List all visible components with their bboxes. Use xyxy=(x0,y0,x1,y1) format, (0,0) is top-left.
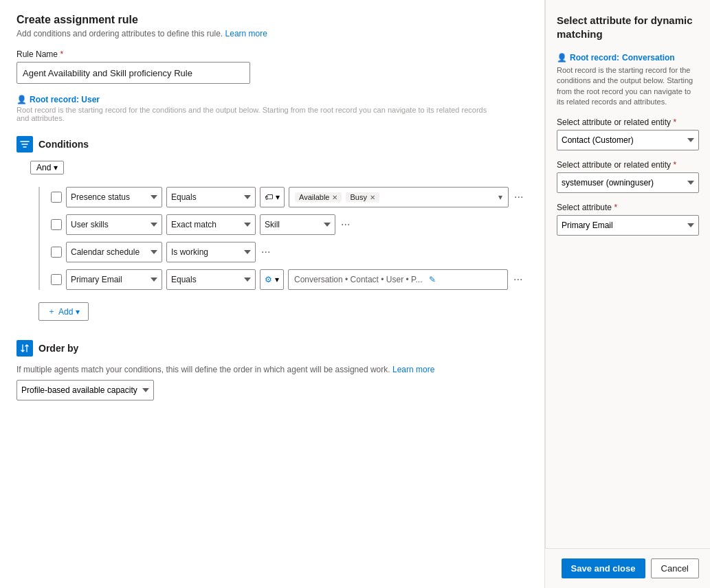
and-chevron-icon: ▾ xyxy=(54,163,58,172)
field-select-3[interactable]: Calendar schedule xyxy=(66,242,162,262)
root-record-section: 👤 Root record: User Root record is the s… xyxy=(16,95,528,122)
dynamic-value-4: Conversation • Contact • User • P... xyxy=(294,275,422,284)
order-by-header: Order by xyxy=(16,340,528,357)
right-field1-group: Select attribute or related entity * Con… xyxy=(557,117,699,150)
rule-name-input[interactable] xyxy=(16,62,250,84)
right-root-record: 👤 Root record: Conversation Root record … xyxy=(557,53,699,108)
more-options-btn-3[interactable]: ··· xyxy=(260,246,271,258)
right-root-desc: Root record is the starting record for t… xyxy=(557,65,699,108)
conditions-title: Conditions xyxy=(38,139,89,150)
edit-icon-4[interactable]: ✎ xyxy=(429,275,436,284)
field-select-4[interactable]: Primary Email xyxy=(66,269,162,290)
plus-icon: ＋ xyxy=(47,306,56,317)
dynamic-icon: ⚙ xyxy=(265,275,272,284)
right-field1-select[interactable]: Contact (Customer) xyxy=(557,130,699,150)
right-field2-label: Select attribute or related entity * xyxy=(557,160,699,170)
left-panel: Create assignment rule Add conditions an… xyxy=(0,0,545,588)
order-by-section: Order by If multiple agents match your c… xyxy=(16,340,528,400)
root-record-label: 👤 Root record: User xyxy=(16,95,528,104)
value-type-btn-1[interactable]: 🏷 ▾ xyxy=(260,187,285,207)
value-type-btn-4[interactable]: ⚙ ▾ xyxy=(260,269,284,290)
right-person-icon: 👤 xyxy=(557,53,567,63)
tag-close-available[interactable]: ✕ xyxy=(332,194,337,201)
tag-busy: Busy ✕ xyxy=(346,192,379,202)
condition-row: User skills Exact match Skill ··· xyxy=(51,214,528,235)
order-by-desc: If multiple agents match your conditions… xyxy=(16,365,456,374)
right-field3-select[interactable]: Primary Email xyxy=(557,215,699,236)
condition-row: Calendar schedule Is working ··· xyxy=(51,242,528,262)
tag-close-busy[interactable]: ✕ xyxy=(370,194,375,201)
and-button-container: And ▾ xyxy=(22,161,528,180)
rule-name-label: Rule Name * xyxy=(16,49,528,59)
conditions-icon xyxy=(16,136,33,152)
field-select-2[interactable]: User skills xyxy=(66,214,162,235)
more-options-btn-4[interactable]: ··· xyxy=(512,273,524,286)
condition-checkbox-1[interactable] xyxy=(51,192,62,203)
footer: Save and close Cancel xyxy=(545,548,710,588)
learn-more-link[interactable]: Learn more xyxy=(225,29,267,38)
condition-row: Primary Email Equals ⚙ ▾ Conversation • … xyxy=(51,269,528,290)
operator-select-4[interactable]: Equals xyxy=(166,269,256,290)
right-field1-label: Select attribute or related entity * xyxy=(557,117,699,127)
chevron-icon: ▾ xyxy=(276,192,280,202)
right-panel: Select attribute for dynamic matching 👤 … xyxy=(545,0,710,588)
field-select-1[interactable]: Presence status xyxy=(66,187,162,207)
condition-checkbox-2[interactable] xyxy=(51,219,62,230)
value-field-4: Conversation • Contact • User • P... ✎ xyxy=(288,269,508,290)
right-field3-label: Select attribute * xyxy=(557,203,699,212)
cancel-button[interactable]: Cancel xyxy=(651,558,699,578)
add-condition-button[interactable]: ＋ Add ▾ xyxy=(38,302,89,321)
order-by-icon xyxy=(16,340,33,357)
dropdown-arrow-1: ▾ xyxy=(498,192,502,202)
value-field-1: Available ✕ Busy ✕ ▾ xyxy=(289,187,509,207)
operator-select-3[interactable]: Is working xyxy=(166,242,256,262)
add-chevron-icon: ▾ xyxy=(76,307,80,317)
order-by-title: Order by xyxy=(38,343,78,354)
condition-row: Presence status Equals 🏷 ▾ Available ✕ B… xyxy=(51,187,528,207)
condition-checkbox-3[interactable] xyxy=(51,247,62,258)
conditions-section-header: Conditions xyxy=(16,136,528,152)
page-title: Create assignment rule xyxy=(16,14,528,26)
root-record-desc: Root record is the starting record for t… xyxy=(16,106,498,122)
order-by-select[interactable]: Profile-based available capacity xyxy=(16,380,154,400)
conditions-container: Presence status Equals 🏷 ▾ Available ✕ B… xyxy=(38,187,528,290)
more-options-btn-1[interactable]: ··· xyxy=(513,191,524,203)
right-field2-group: Select attribute or related entity * sys… xyxy=(557,160,699,193)
tag-icon: 🏷 xyxy=(265,192,273,202)
and-button[interactable]: And ▾ xyxy=(30,161,64,174)
order-learn-more-link[interactable]: Learn more xyxy=(392,365,434,374)
condition-checkbox-4[interactable] xyxy=(51,274,62,285)
page-subtitle: Add conditions and ordering attributes t… xyxy=(16,29,528,38)
right-panel-title: Select attribute for dynamic matching xyxy=(557,14,699,41)
chevron-icon-4: ▾ xyxy=(275,275,279,284)
operator-select-1[interactable]: Equals xyxy=(166,187,256,207)
right-field3-group: Select attribute * Primary Email xyxy=(557,203,699,236)
person-icon: 👤 xyxy=(16,95,27,104)
tag-available: Available ✕ xyxy=(295,192,342,202)
operator-select-2[interactable]: Exact match xyxy=(166,214,256,235)
more-options-btn-2[interactable]: ··· xyxy=(340,218,351,231)
right-field2-select[interactable]: systemuser (owninguser) xyxy=(557,172,699,193)
save-and-close-button[interactable]: Save and close xyxy=(562,558,645,578)
value-select-2[interactable]: Skill xyxy=(260,214,335,235)
